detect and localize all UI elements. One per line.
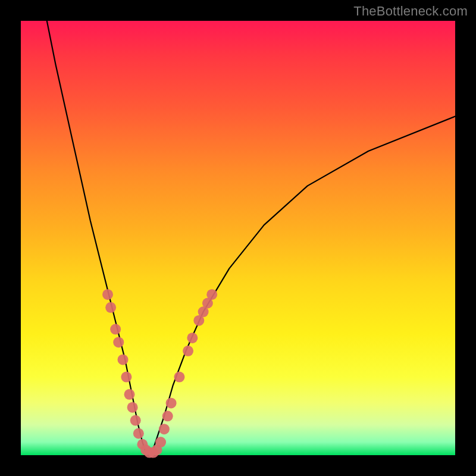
data-marker xyxy=(121,372,131,383)
data-marker xyxy=(105,302,116,313)
data-marker xyxy=(206,289,217,300)
data-marker xyxy=(127,402,138,413)
chart-frame: TheBottleneck.com xyxy=(0,0,476,476)
curve-layer xyxy=(0,0,476,476)
data-marker xyxy=(166,397,177,408)
bottleneck-curve xyxy=(47,21,455,455)
data-marker xyxy=(118,354,129,365)
data-marker xyxy=(183,346,193,356)
data-marker xyxy=(174,372,184,383)
data-marker xyxy=(110,324,121,334)
data-marker xyxy=(130,415,141,426)
data-marker xyxy=(124,389,135,400)
data-marker xyxy=(155,437,166,447)
data-marker xyxy=(102,289,113,300)
data-marker xyxy=(187,333,198,343)
data-marker xyxy=(162,411,173,421)
data-marker xyxy=(133,428,144,439)
data-marker xyxy=(113,337,124,347)
data-marker xyxy=(159,424,170,434)
watermark-text: TheBottleneck.com xyxy=(353,4,468,19)
